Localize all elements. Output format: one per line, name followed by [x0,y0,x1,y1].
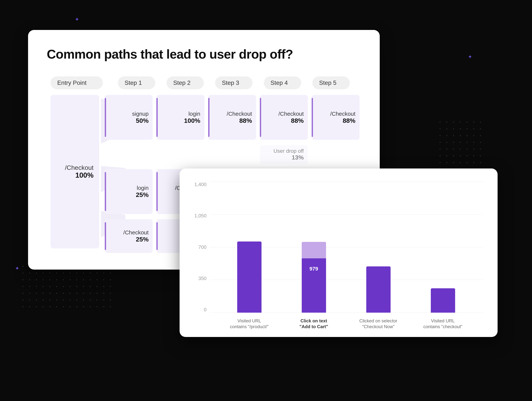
bar-2-light: 298 [302,242,326,258]
bar-step2-r2 [156,172,158,211]
bar-1-value: 1,277 [243,234,256,240]
step2-row1: login 100% [156,95,204,140]
col-header-step3: Step 3 [215,76,253,89]
bar-2-light-value: 298 [309,234,318,240]
funnel-header: Entry Point Step 1 Step 2 Step 3 Step 4 … [47,76,361,89]
bar-1-label-wrap: Visited URL contains "/product/" [229,318,270,330]
entry-column: /Checkout 100% [51,95,99,256]
bar-3-value: 833 [374,259,383,265]
card-title: Common paths that lead to user drop off? [47,47,361,61]
col-header-entry: Entry Point [51,76,103,89]
y-axis: 1,400 1,050 700 350 0 [195,181,209,313]
bar-2-value: 979 [309,266,318,272]
star-icon-1: ✦ [75,17,79,22]
col-header-step4: Step 4 [264,76,301,89]
bar-4-label-wrap: Visited URL contains "checkout" [422,318,463,330]
bar-wrapper-1: 1,277 [237,241,261,313]
bar-step2-r1 [156,98,158,137]
col-header-step1: Step 1 [118,76,155,89]
bar-wrapper-4: 437 [431,288,455,313]
bar-1-dark: 1,277 [237,241,261,313]
col-header-step2: Step 2 [166,76,204,89]
step1-row2: login 25% [105,169,153,214]
bar-step1-r2 [105,172,106,211]
step3-row1: /Checkout 88% [208,95,256,140]
step1-row3: /Checkout 25% [105,219,153,253]
bar-step1-r1 [105,98,106,137]
bar-2-label: Click on text"Add to Cart" [293,318,335,330]
bar-step1-r3 [105,222,106,250]
bar-step2-r3 [156,222,158,250]
y-label-1400: 1,400 [194,181,207,188]
bar-4-label: Visited URL contains "checkout" [422,318,463,330]
y-label-0: 0 [204,307,207,313]
bar-wrapper-2: 298 979 [302,242,326,313]
bar-3-dark: 833 [366,266,391,313]
chart-card: 1,400 1,050 700 350 0 1,277 [180,168,498,337]
entry-block: /Checkout 100% [51,95,99,248]
chart-area: 1,400 1,050 700 350 0 1,277 [195,181,483,324]
entry-name: /Checkout [65,164,94,171]
star-icon-4: ✦ [15,266,19,271]
y-label-350: 350 [198,276,207,281]
bar-2-dark: 979 [302,258,326,313]
bar-group-1: 1,277 Visited URL contains "/product/" [237,241,261,313]
step4-row1: /Checkout 88% [260,95,308,140]
bar-group-3: 833 Clicked on selector "Checkout Now" [366,266,391,313]
dot-grid-right: for(let i=0;i<49;i++) document.currentSc… [440,122,483,166]
bar-3-label: Clicked on selector "Checkout Now" [358,318,399,330]
empty-5 [312,145,361,164]
bar-wrapper-3: 833 [366,266,391,313]
step1-row1: signup 50% [105,95,153,140]
bar-1-label: Visited URL contains "/product/" [229,318,270,330]
bar-step3-r1 [208,98,209,137]
col-header-step5: Step 5 [312,76,350,89]
y-label-1050: 1,050 [194,213,207,219]
bar-group-2: 298 979 Click on text"Add to Cart" [302,242,326,313]
star-icon-2: ✦ [468,54,472,59]
bar-step5-r1 [312,98,313,137]
entry-pct: 100% [75,171,94,179]
bar-3-label-wrap: Clicked on selector "Checkout Now" [358,318,399,330]
bar-2-label-wrap: Click on text"Add to Cart" [293,318,335,330]
y-label-700: 700 [198,244,207,250]
dot-grid-left: for(let i=0;i<98;i++) document.currentSc… [22,266,113,310]
bar-4-dark: 437 [431,288,455,313]
step5-row1: /Checkout 88% [312,95,360,140]
bar-step4-r1 [260,98,261,137]
bars-container: 1,277 Visited URL contains "/product/" 2… [209,181,483,313]
empty-dropoff-space [105,145,258,164]
bar-group-4: 437 Visited URL contains "checkout" [431,288,455,313]
bar-4-value: 437 [438,280,447,286]
step4-dropoff: User drop off 13% [260,145,308,164]
